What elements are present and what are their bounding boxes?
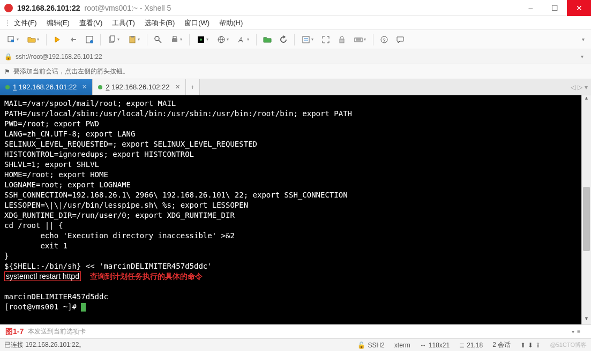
svg-rect-16	[303, 36, 309, 43]
title-host: 192.168.26.101:22	[17, 4, 80, 12]
chat-button[interactable]	[393, 32, 408, 47]
scrollbar[interactable]: ▲ ▼	[581, 95, 591, 324]
minimize-button[interactable]: –	[519, 0, 543, 16]
reconnect-button[interactable]	[50, 32, 65, 47]
svg-text:?: ?	[383, 37, 386, 43]
colorscheme-button[interactable]	[193, 32, 212, 47]
tab-close-icon[interactable]: ✕	[175, 84, 180, 90]
paste-button[interactable]	[124, 32, 144, 47]
toolbar-separator	[294, 34, 295, 46]
svg-rect-10	[172, 39, 177, 42]
font-button[interactable]: A	[234, 32, 253, 47]
scroll-up-icon[interactable]: ▲	[582, 95, 591, 104]
title-appname: root@vms001:~ - Xshell 5	[85, 4, 171, 12]
menu-tools[interactable]: 工具(T)	[108, 17, 139, 29]
toolbar: A ? ▾	[0, 30, 591, 49]
script-button[interactable]	[298, 32, 317, 47]
svg-rect-5	[110, 36, 115, 41]
toolbar-separator	[46, 34, 47, 46]
menu-view[interactable]: 查看(V)	[75, 17, 107, 29]
svg-text:A: A	[238, 36, 243, 44]
close-button[interactable]: ✕	[567, 0, 591, 16]
toolbar-separator	[189, 34, 190, 46]
menu-edit[interactable]: 编辑(E)	[42, 17, 74, 29]
new-tab-button[interactable]: +	[186, 79, 200, 95]
toolbar-overflow[interactable]: ▾	[579, 36, 588, 42]
tab-label: 2 192.168.26.102:22	[106, 83, 169, 91]
status-sessions: 2 会话	[492, 340, 511, 350]
compose-placeholder[interactable]: 本发送到当前选项卡	[28, 327, 86, 336]
compose-dropdown-icon[interactable]: ▾ ≡	[572, 329, 587, 335]
info-text: 要添加当前会话，点击左侧的箭头按钮。	[13, 67, 129, 76]
toolbar-separator	[256, 34, 257, 46]
window-controls: – ☐ ✕	[519, 0, 591, 16]
status-size: ↔ 118x21	[420, 342, 450, 349]
address-url[interactable]: ssh://root@192.168.26.101:22	[16, 53, 102, 60]
tab-session-1[interactable]: 1 192.168.26.101:22 ✕	[0, 79, 93, 95]
terminal[interactable]: MAIL=/var/spool/mail/root; export MAIL P…	[0, 95, 581, 324]
open-folder-button[interactable]	[24, 32, 43, 47]
terminal-wrap: MAIL=/var/spool/mail/root; export MAIL P…	[0, 95, 591, 324]
status-caps: ⬆ ⬇ ⇪	[520, 342, 540, 349]
tab-session-2[interactable]: 2 192.168.26.102:22 ✕	[93, 79, 185, 95]
address-bar: 🔒 ssh://root@192.168.26.101:22 ▾	[0, 49, 591, 64]
svg-rect-1	[11, 40, 14, 42]
titlebar: 192.168.26.101:22 root@vms001:~ - Xshell…	[0, 0, 591, 16]
encoding-button[interactable]	[213, 32, 233, 47]
tab-next-icon[interactable]: ▷	[578, 84, 582, 91]
menu-file[interactable]: 文件(F)	[10, 17, 41, 29]
new-session-button[interactable]	[3, 32, 23, 47]
tab-close-icon[interactable]: ✕	[82, 84, 87, 90]
figure-label: 图1-7	[5, 327, 24, 337]
xftp-button[interactable]	[260, 32, 275, 47]
scroll-down-icon[interactable]: ▼	[582, 316, 591, 324]
scroll-thumb[interactable]	[583, 187, 590, 251]
status-connection: 已连接 192.168.26.101:22。	[4, 340, 85, 350]
lock-icon: 🔒	[4, 53, 12, 60]
tab-label: 1 192.168.26.101:22	[13, 83, 77, 91]
svg-point-13	[200, 39, 202, 41]
menubar-grip[interactable]: ⋮	[4, 19, 9, 27]
svg-point-3	[90, 40, 93, 43]
fullscreen-button[interactable]	[318, 32, 333, 47]
address-overflow[interactable]: ▾	[578, 54, 587, 59]
toolbar-separator	[100, 34, 101, 46]
watermark: @51CTO博客	[550, 341, 587, 349]
svg-rect-7	[131, 36, 134, 37]
menubar: ⋮ 文件(F) 编辑(E) 查看(V) 工具(T) 选项卡(B) 窗口(W) 帮…	[0, 16, 591, 30]
status-cursor: ≣ 21,18	[459, 342, 483, 349]
flag-icon[interactable]: ⚑	[4, 68, 10, 75]
toolbar-separator	[373, 34, 373, 46]
print-button[interactable]	[167, 32, 186, 47]
status-proto: 🔓 SSH2	[357, 342, 384, 349]
lock-button[interactable]	[334, 32, 349, 47]
svg-line-9	[159, 40, 161, 43]
info-bar: ⚑ 要添加当前会话，点击左侧的箭头按钮。	[0, 64, 591, 79]
svg-rect-19	[340, 39, 344, 43]
tabbar: 1 192.168.26.101:22 ✕ 2 192.168.26.102:2…	[0, 79, 591, 95]
menu-help[interactable]: 帮助(H)	[215, 17, 247, 29]
find-button[interactable]	[151, 32, 166, 47]
statusbar: 已连接 192.168.26.101:22。 🔓 SSH2 xterm ↔ 11…	[0, 338, 591, 351]
tab-list-icon[interactable]: ▾	[585, 84, 588, 91]
compose-bar: 图1-7 本发送到当前选项卡 ▾ ≡	[0, 324, 591, 338]
svg-rect-11	[173, 36, 176, 39]
status-dot-icon	[98, 85, 102, 89]
menu-window[interactable]: 窗口(W)	[180, 17, 214, 29]
help-button[interactable]: ?	[377, 32, 392, 47]
properties-button[interactable]	[82, 32, 97, 47]
maximize-button[interactable]: ☐	[543, 0, 567, 16]
refresh-button[interactable]	[276, 32, 291, 47]
tab-nav: ◁ ▷ ▾	[567, 79, 591, 95]
menu-tab[interactable]: 选项卡(B)	[140, 17, 179, 29]
status-term: xterm	[394, 342, 410, 349]
app-icon	[4, 4, 13, 12]
copy-button[interactable]	[104, 32, 123, 47]
keyboard-button[interactable]	[350, 32, 370, 47]
toolbar-separator	[147, 34, 147, 46]
disconnect-button[interactable]	[66, 32, 81, 47]
svg-point-8	[155, 36, 159, 41]
tab-prev-icon[interactable]: ◁	[571, 84, 575, 91]
status-dot-icon	[5, 85, 10, 89]
